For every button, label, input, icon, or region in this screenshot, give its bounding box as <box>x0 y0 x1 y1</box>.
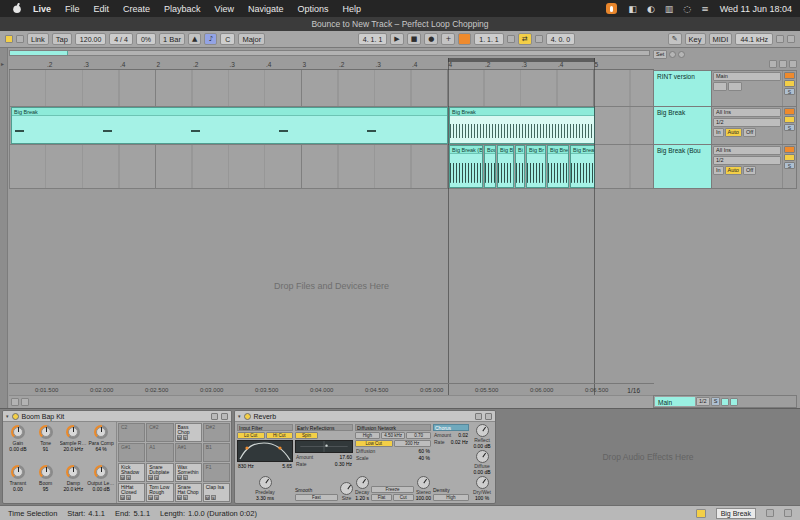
filter-q-value[interactable]: 5.65 <box>282 463 292 469</box>
macro-value[interactable]: 20.0 kHz <box>60 446 88 452</box>
drum-pad[interactable]: C2 M S <box>118 423 145 442</box>
device-title-bar[interactable]: ▾ Reverb <box>235 411 495 422</box>
audio-clip[interactable]: Big Br <box>526 145 546 188</box>
macro-knob[interactable] <box>66 425 80 439</box>
main-track-name[interactable]: Main <box>655 397 695 406</box>
predelay-control[interactable]: Predelay 3.30 ms <box>237 476 293 501</box>
macro-value[interactable]: 20.0 kHz <box>60 486 88 492</box>
er-rate-value[interactable]: 0.30 Hz <box>335 461 352 467</box>
pad-mute-button[interactable]: M <box>120 495 125 500</box>
set-locator-button[interactable]: Set <box>653 50 667 59</box>
macro-value[interactable]: 0.00 dB <box>87 486 115 492</box>
clip-name[interactable]: Big Br <box>527 146 545 154</box>
pad-solo-button[interactable]: S <box>154 495 159 500</box>
punch-in-button[interactable] <box>507 35 515 43</box>
device-on-button[interactable] <box>12 413 19 420</box>
clip-name[interactable]: Bou <box>485 146 495 154</box>
menubar-item[interactable]: File <box>58 4 87 14</box>
main-solo-button[interactable]: S <box>711 397 721 406</box>
device-drum-rack[interactable]: ▾ Boom Bap Kit Gain 0.00 dB Tone 91 <box>2 410 232 504</box>
macro-knob[interactable] <box>39 465 53 479</box>
chorus-section-toggle[interactable]: Chorus <box>433 424 469 431</box>
drum-pad[interactable]: HiHat Closed M S <box>118 483 145 502</box>
input-channel-chooser[interactable]: 1/2 <box>713 156 781 165</box>
apple-menu-icon[interactable] <box>8 3 26 14</box>
macro-value[interactable]: 91 <box>32 446 60 452</box>
loop-length-field[interactable]: 4. 0. 0 <box>546 33 575 45</box>
record-button[interactable]: ● <box>424 33 438 45</box>
browser-collapse-strip[interactable] <box>0 48 8 408</box>
audio-clip[interactable]: Bi <box>515 145 525 188</box>
macro-knob[interactable] <box>11 465 25 479</box>
lane-option-icon[interactable] <box>11 398 19 406</box>
scale-mode-button[interactable]: ♪ <box>204 33 217 45</box>
clip-waveform[interactable] <box>516 155 524 187</box>
drum-pad[interactable]: Kick Shadow M S <box>118 463 145 482</box>
preferences-mini-icon[interactable] <box>16 35 24 43</box>
stop-button[interactable]: ■ <box>407 33 422 45</box>
device-on-button[interactable] <box>244 413 251 420</box>
recording-indicator-badge[interactable] <box>606 3 617 14</box>
drum-pad[interactable]: Snare Dubplate M S <box>146 463 173 482</box>
track-header-rint-version[interactable]: RINT version Main S <box>653 70 797 107</box>
menubar-item[interactable]: Help <box>336 4 369 14</box>
pan-field[interactable] <box>728 82 742 91</box>
clip-view-toggle-icon[interactable] <box>766 509 774 517</box>
loop-start-field[interactable]: 1. 1. 1 <box>474 33 503 45</box>
pad-mute-button[interactable]: M <box>177 495 182 500</box>
clip-name[interactable]: Big Break (Boun <box>450 146 482 154</box>
macro-value[interactable]: 95 <box>32 486 60 492</box>
beat-time-ruler[interactable]: .2.3.42.2.3.43.2.3.44.2.3.45 <box>9 58 654 70</box>
clip-waveform[interactable] <box>450 117 594 143</box>
bluetooth-icon[interactable]: ◐ <box>642 4 660 14</box>
dry-wet-control[interactable]: Dry/Wet 100 % <box>471 476 493 501</box>
track-drop-area[interactable]: Drop Files and Devices Here <box>9 189 654 383</box>
display-icon[interactable]: ◧ <box>623 4 642 14</box>
drum-pad[interactable]: A1 M S <box>146 443 173 462</box>
device-view-toggle-icon[interactable] <box>784 509 792 517</box>
track-header-big-break[interactable]: Big Break All Ins 1/2 In Auto Off S <box>653 107 797 145</box>
macro-knob-cell[interactable]: Gain 0.00 dB <box>4 423 32 463</box>
volume-field[interactable] <box>713 82 727 91</box>
chorus-amount-value[interactable]: 0.02 <box>458 432 468 438</box>
decay-control[interactable]: Decay 1.20 s <box>355 476 369 501</box>
main-track-lane[interactable] <box>9 395 654 408</box>
diffuse-control[interactable]: Diffuse 0.00 dB <box>471 450 493 475</box>
quantize-menu[interactable]: 1 Bar <box>159 33 185 45</box>
cut-button[interactable]: Cut <box>393 494 414 501</box>
diffusion-value[interactable]: 60 % <box>419 448 430 454</box>
hi-cut-button[interactable]: Hi Cut <box>266 432 294 439</box>
chorus-rate-value[interactable]: 0.02 Hz <box>451 439 468 445</box>
lane-option-icon-2[interactable] <box>21 398 29 406</box>
filter-freq-value[interactable]: 830 Hz <box>238 463 254 469</box>
drum-pad[interactable]: Snare Hat Chop M S <box>175 483 202 502</box>
scale-name-menu[interactable]: Major <box>238 33 265 45</box>
monitor-auto-button[interactable]: Auto <box>725 166 742 175</box>
input-filter-display[interactable] <box>237 440 293 462</box>
clip-waveform[interactable] <box>548 155 568 187</box>
clip-waveform[interactable] <box>485 155 495 187</box>
clip-name[interactable]: Big Break <box>12 108 447 116</box>
device-fold-icon[interactable]: ▾ <box>6 413 9 419</box>
pad-mute-button[interactable]: M <box>177 435 182 440</box>
stereo-control[interactable]: Stereo 100.00 <box>416 476 431 501</box>
high-shelf-freq[interactable]: 4.50 kHz <box>381 432 406 439</box>
stereo-knob[interactable] <box>417 476 430 489</box>
link-indicator-icon[interactable] <box>5 35 13 43</box>
er-amount-value[interactable]: 17.60 <box>339 454 352 460</box>
clip-waveform[interactable] <box>12 117 447 143</box>
link-button[interactable]: Link <box>27 33 49 45</box>
spin-display[interactable] <box>295 440 353 453</box>
arrangement-position-display[interactable]: 4. 1. 1 <box>358 33 387 45</box>
audio-clip[interactable]: Big Break <box>11 107 448 144</box>
overdub-button[interactable]: + <box>441 33 455 45</box>
menubar-item[interactable]: Create <box>116 4 157 14</box>
monitor-in-button[interactable]: In <box>713 166 724 175</box>
menubar-item[interactable]: Options <box>290 4 335 14</box>
monitor-in-button[interactable]: In <box>713 128 724 137</box>
selected-clip-name[interactable]: Big Break <box>716 508 756 519</box>
track-header-big-break-bounce[interactable]: Big Break (Bou All Ins 1/2 In Auto Off S <box>653 145 797 189</box>
punch-out-button[interactable] <box>535 35 543 43</box>
drum-pad[interactable]: C#2 M S <box>146 423 173 442</box>
arm-button[interactable] <box>784 146 795 153</box>
